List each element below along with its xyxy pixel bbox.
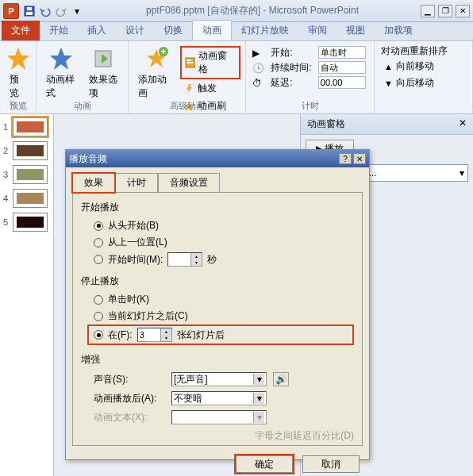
after-anim-label: 动画播放后(A): — [94, 392, 165, 405]
play-icon: ▶ — [252, 46, 266, 60]
close-button[interactable]: ✕ — [456, 5, 470, 17]
radio-after-current[interactable] — [94, 312, 103, 321]
slide-num: 2 — [3, 146, 13, 155]
svg-rect-2 — [27, 7, 32, 10]
dialog-title: 播放音频 — [69, 152, 107, 166]
tab-file[interactable]: 文件 — [2, 21, 40, 40]
svg-marker-4 — [50, 48, 72, 70]
letter-delay-label: 字母之间延迟百分比(D) — [255, 429, 354, 443]
dialog-help-button[interactable]: ? — [339, 153, 352, 164]
window-title: pptF086.pptm [自动保存的] - Microsoft PowerPo… — [84, 4, 421, 17]
tab-view[interactable]: 视图 — [336, 21, 375, 40]
move-earlier-button[interactable]: ▲ 向前移动 — [381, 58, 466, 75]
sound-combo[interactable]: [无声音]▾ — [171, 372, 267, 386]
qat-dropdown-icon[interactable]: ▾ — [70, 4, 84, 18]
anim-text-label: 动画文本(X): — [94, 411, 165, 424]
quick-access-toolbar: ▾ — [22, 4, 84, 18]
delay-input[interactable] — [318, 76, 366, 89]
delay-icon: ⏱ — [252, 76, 266, 90]
svg-rect-1 — [26, 12, 33, 15]
ok-button[interactable]: 确定 — [236, 455, 293, 473]
trigger-button[interactable]: 触发 — [180, 80, 240, 97]
animation-pane-button[interactable]: 动画窗格 — [180, 46, 240, 79]
tab-home[interactable]: 开始 — [40, 21, 78, 40]
tab-addins[interactable]: 加载项 — [375, 21, 422, 40]
ribbon: 预览 预览 动画样式 效果选项 动画 添加动画 动画窗格 触发 动画刷 — [0, 41, 473, 114]
chevron-down-icon: ▾ — [253, 412, 264, 423]
slide-thumb-2[interactable] — [13, 141, 48, 160]
tab-review[interactable]: 审阅 — [298, 21, 336, 40]
radio-at-slides[interactable] — [94, 330, 103, 340]
after-anim-combo[interactable]: 不变暗▾ — [171, 391, 267, 405]
slide-thumb-3[interactable] — [13, 165, 48, 184]
anim-text-combo: ▾ — [171, 410, 267, 424]
preview-label: 预览 — [10, 73, 26, 100]
title-bar: P ▾ pptF086.pptm [自动保存的] - Microsoft Pow… — [0, 0, 473, 22]
start-time-spinner[interactable]: ▴▾ — [167, 252, 202, 267]
add-anim-label: 添加动画 — [138, 73, 175, 100]
slide-thumb-5[interactable] — [13, 213, 48, 232]
tab-insert[interactable]: 插入 — [78, 21, 116, 40]
star-blue-icon — [48, 46, 74, 71]
move-later-button[interactable]: ▼ 向后移动 — [381, 75, 466, 91]
dialog-tab-audio[interactable]: 音频设置 — [158, 173, 220, 193]
dialog-close-button[interactable]: ✕ — [353, 153, 366, 164]
clock-icon: 🕓 — [252, 61, 266, 75]
radio-from-last[interactable] — [94, 238, 103, 248]
slide-thumb-4[interactable] — [13, 189, 48, 208]
undo-icon[interactable] — [38, 4, 52, 18]
tab-design[interactable]: 设计 — [116, 21, 154, 40]
chevron-down-icon[interactable]: ▾ — [253, 374, 264, 385]
speaker-button[interactable]: 🔊 — [273, 372, 289, 386]
slide-num: 5 — [3, 217, 13, 227]
minimize-button[interactable]: ▁ — [421, 5, 435, 17]
effect-options-icon — [90, 46, 116, 71]
svg-marker-12 — [187, 84, 192, 94]
slide-num: 3 — [3, 170, 13, 179]
delay-label: 延迟: — [271, 76, 313, 90]
restore-button[interactable]: ❐ — [438, 5, 452, 17]
pane-close-icon[interactable]: ✕ — [459, 117, 467, 131]
anim-styles-label: 动画样式 — [46, 73, 76, 100]
group-label-timing: 计时 — [246, 100, 374, 112]
slide-num: 4 — [3, 194, 13, 203]
cancel-button[interactable]: 取消 — [302, 455, 360, 473]
tab-animations[interactable]: 动画 — [192, 20, 232, 40]
slides-panel: 1 2 3 4 5 — [0, 114, 54, 476]
dialog-tab-timing[interactable]: 计时 — [115, 173, 158, 193]
play-audio-dialog: 播放音频 ? ✕ 效果 计时 音频设置 开始播放 从头开始(B) 从上一位置(L… — [65, 149, 370, 460]
sound-label: 声音(S): — [94, 373, 165, 386]
preview-button[interactable]: 预览 — [5, 44, 31, 102]
ribbon-tabs: 文件 开始 插入 设计 切换 动画 幻灯片放映 审阅 视图 加载项 — [0, 22, 473, 41]
tab-slideshow[interactable]: 幻灯片放映 — [232, 21, 298, 40]
dialog-titlebar[interactable]: 播放音频 ? ✕ — [66, 150, 369, 167]
enhance-section-label: 增强 — [81, 353, 354, 367]
slide-thumb-1[interactable] — [13, 117, 48, 136]
save-icon[interactable] — [22, 4, 37, 18]
anim-pane-title: 动画窗格 — [307, 117, 345, 131]
add-anim-icon — [144, 46, 169, 71]
at-slides-spinner[interactable]: ▴▾ — [137, 328, 172, 342]
redo-icon[interactable] — [54, 4, 68, 18]
radio-on-click[interactable] — [94, 295, 103, 305]
dropdown-icon[interactable]: ▾ — [460, 167, 464, 178]
trigger-icon — [183, 83, 194, 94]
start-section-label: 开始播放 — [81, 201, 354, 214]
chevron-down-icon[interactable]: ▾ — [253, 393, 264, 404]
radio-start-time[interactable] — [94, 255, 103, 264]
svg-marker-3 — [7, 48, 29, 70]
star-preview-icon — [6, 46, 31, 71]
svg-rect-10 — [187, 60, 191, 61]
stop-section-label: 停止播放 — [81, 274, 354, 288]
anim-styles-button[interactable]: 动画样式 — [41, 44, 81, 102]
duration-input[interactable] — [318, 61, 366, 74]
effect-options-button[interactable]: 效果选项 — [84, 44, 124, 102]
start-combo[interactable] — [318, 46, 366, 59]
duration-label: 持续时间: — [271, 61, 313, 75]
svg-rect-11 — [187, 62, 193, 63]
dialog-tab-effect[interactable]: 效果 — [72, 173, 115, 193]
app-icon: P — [3, 3, 19, 19]
radio-from-begin[interactable] — [94, 221, 103, 231]
tab-transitions[interactable]: 切换 — [154, 21, 192, 40]
effect-options-label: 效果选项 — [89, 73, 119, 100]
